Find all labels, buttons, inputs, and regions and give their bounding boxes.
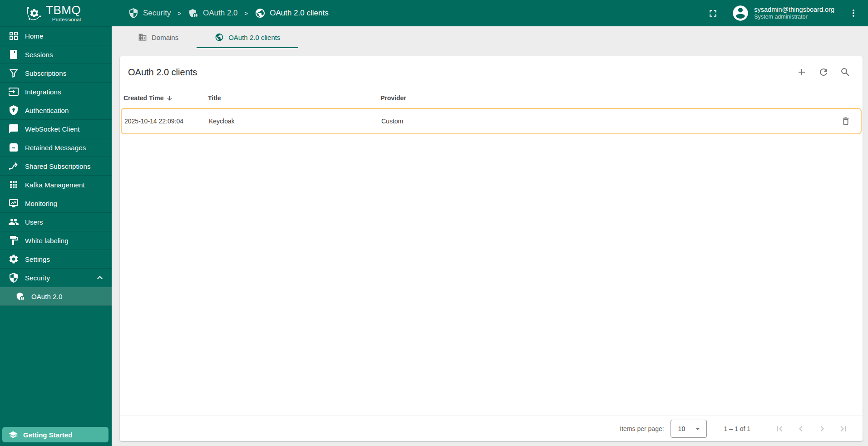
logo-text: TBMQ Professional — [46, 4, 81, 23]
tab-oauth2-clients[interactable]: OAuth 2.0 clients — [197, 26, 298, 48]
apps-grid-icon — [8, 179, 19, 190]
dropdown-caret-icon — [693, 424, 703, 434]
fullscreen-button[interactable] — [707, 8, 719, 19]
column-label: Title — [208, 94, 221, 102]
sidebar-item-label: Shared Subscriptions — [25, 162, 91, 170]
previous-page-button[interactable] — [795, 423, 806, 434]
sidebar-item-integrations[interactable]: Integrations — [0, 83, 112, 101]
sidebar-item-subscriptions[interactable]: Subscriptions — [0, 64, 112, 83]
column-header-provider[interactable]: Provider — [380, 94, 833, 102]
home-icon — [8, 30, 19, 41]
sort-descending-icon — [166, 95, 173, 102]
breadcrumb: Security > OAuth 2.0 > OAuth 2.0 clients — [128, 8, 329, 19]
sidebar-item-oauth2[interactable]: OAuth 2.0 — [0, 287, 112, 306]
user-email: sysadmin@thingsboard.org — [754, 5, 834, 14]
sidebar-item-monitoring[interactable]: Monitoring — [0, 194, 112, 213]
breadcrumb-oauth2[interactable]: OAuth 2.0 — [188, 8, 238, 19]
app-name: TBMQ — [46, 4, 81, 16]
next-page-button[interactable] — [817, 423, 828, 434]
sidebar-item-authentication[interactable]: Authentication — [0, 101, 112, 120]
add-client-button[interactable] — [796, 67, 807, 78]
shield-icon — [128, 8, 139, 19]
app-logo[interactable]: TBMQ Professional — [0, 4, 112, 23]
breadcrumb-label: OAuth 2.0 clients — [270, 9, 328, 18]
page-range-label: 1 – 1 of 1 — [724, 425, 750, 432]
first-page-button[interactable] — [774, 423, 785, 434]
card-header: OAuth 2.0 clients — [120, 56, 863, 88]
sidebar-item-label: Sessions — [25, 51, 53, 59]
column-label: Created Time — [123, 94, 163, 102]
delete-row-button[interactable] — [841, 116, 852, 127]
more-menu-button[interactable] — [848, 8, 859, 19]
sidebar-item-label: OAuth 2.0 — [31, 293, 62, 300]
search-button[interactable] — [840, 67, 851, 78]
chevron-up-icon — [94, 272, 105, 283]
column-header-title[interactable]: Title — [208, 94, 380, 102]
sidebar-item-sessions[interactable]: Sessions — [0, 45, 112, 64]
sidebar-item-retained-messages[interactable]: Retained Messages — [0, 138, 112, 157]
cell-title: Keycloak — [209, 118, 381, 125]
pager-buttons — [774, 423, 849, 434]
breadcrumb-separator: > — [178, 10, 181, 17]
breadcrumb-oauth2-clients[interactable]: OAuth 2.0 clients — [255, 8, 328, 19]
column-header-created-time[interactable]: Created Time — [123, 94, 208, 102]
user-role: System administrator — [754, 14, 834, 21]
domain-building-icon — [138, 33, 147, 42]
tab-domains[interactable]: Domains — [120, 26, 197, 48]
people-icon — [8, 216, 19, 227]
input-icon — [8, 86, 19, 97]
avatar[interactable] — [731, 4, 750, 22]
sidebar-item-label: Home — [25, 32, 43, 40]
tbmq-logo-icon — [25, 5, 43, 22]
table-empty-space — [120, 134, 863, 416]
cell-created-time: 2025-10-14 22:09:04 — [124, 118, 209, 125]
sidebar-item-label: White labeling — [25, 237, 69, 245]
sidebar-item-users[interactable]: Users — [0, 213, 112, 231]
sidebar-item-label: Users — [25, 218, 43, 226]
tabs-bar: Domains OAuth 2.0 clients — [112, 26, 868, 48]
paginator: Items per page: 10 1 – 1 of 1 — [120, 416, 863, 441]
last-page-button[interactable] — [838, 423, 849, 434]
kebab-icon — [848, 8, 859, 19]
sidebar-item-settings[interactable]: Settings — [0, 250, 112, 269]
shield-icon — [8, 272, 19, 283]
shield-person-icon — [188, 8, 199, 19]
table-row[interactable]: 2025-10-14 22:09:04 Keycloak Custom — [121, 108, 862, 134]
tab-label: Domains — [152, 34, 178, 41]
sidebar-item-home[interactable]: Home — [0, 27, 112, 45]
sidebar-item-label: Security — [25, 274, 50, 282]
branch-arrow-icon — [8, 161, 19, 172]
sidebar-item-label: Settings — [25, 255, 50, 263]
sidebar-item-kafka-management[interactable]: Kafka Management — [0, 176, 112, 194]
card-actions — [796, 67, 851, 78]
sidebar-item-label: WebSocket Client — [25, 125, 80, 133]
refresh-button[interactable] — [818, 67, 829, 78]
sidebar-item-security[interactable]: Security — [0, 269, 112, 287]
sidebar-bottom: Getting Started — [0, 427, 112, 446]
sidebar-item-shared-subscriptions[interactable]: Shared Subscriptions — [0, 157, 112, 176]
cell-provider: Custom — [381, 118, 832, 125]
fullscreen-icon — [707, 8, 719, 19]
last-page-icon — [838, 423, 849, 434]
user-info[interactable]: sysadmin@thingsboard.org System administ… — [754, 5, 834, 21]
breadcrumb-security[interactable]: Security — [128, 8, 171, 19]
getting-started-label: Getting Started — [23, 431, 72, 439]
breadcrumb-separator: > — [245, 10, 248, 17]
sidebar-item-label: Integrations — [25, 88, 61, 96]
oauth-clients-card: OAuth 2.0 clients Created Time — [120, 56, 863, 441]
sidebar-item-websocket-client[interactable]: WebSocket Client — [0, 120, 112, 138]
page-size-select[interactable]: 10 — [671, 420, 707, 438]
table-header: Created Time Title Provider — [120, 88, 863, 108]
shield-person-icon — [15, 291, 25, 301]
globe-icon — [215, 33, 224, 42]
row-actions — [832, 116, 861, 127]
chevron-right-icon — [817, 423, 828, 434]
sidebar-item-white-labeling[interactable]: White labeling — [0, 231, 112, 250]
globe-icon — [255, 8, 266, 19]
top-bar: TBMQ Professional Security > OAuth 2.0 >… — [0, 0, 868, 26]
account-circle-icon — [731, 4, 750, 22]
refresh-icon — [818, 67, 829, 78]
column-label: Provider — [380, 94, 406, 102]
sidebar-item-label: Monitoring — [25, 200, 57, 207]
getting-started-button[interactable]: Getting Started — [2, 427, 108, 442]
